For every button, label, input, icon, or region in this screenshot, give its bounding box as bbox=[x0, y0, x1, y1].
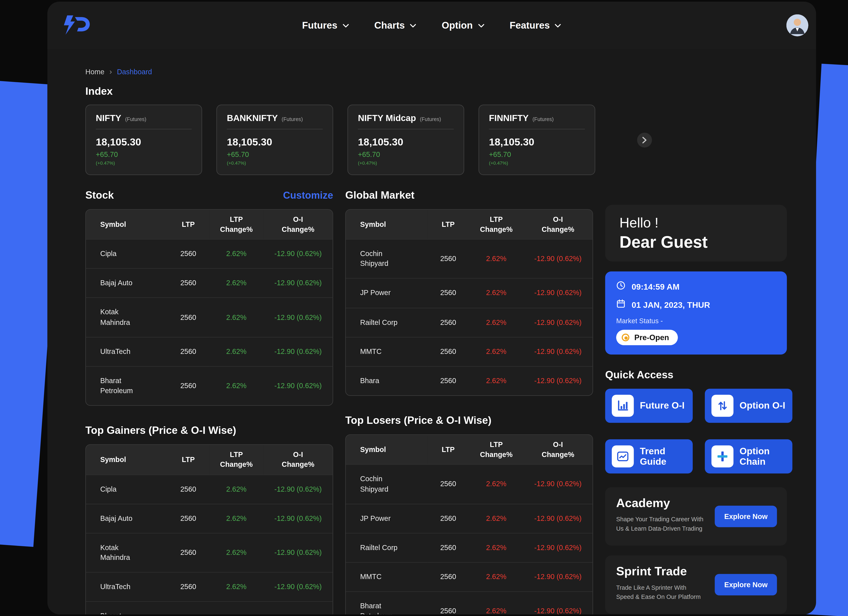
oi-change-cell: -12.90 (0.62%) bbox=[523, 465, 593, 504]
market-status-label: Market Status - bbox=[616, 317, 776, 325]
table-row[interactable]: Cochin Shipyard25602.62%-12.90 (0.62%) bbox=[346, 465, 593, 504]
index-change: +65.70 bbox=[358, 150, 454, 158]
stock-table: SymbolLTPLTP Change%O-I Change% Cipla256… bbox=[85, 209, 333, 406]
ltp-change-cell: 2.62% bbox=[209, 572, 264, 601]
academy-description: Shape Your Trading Career With Us & Lear… bbox=[616, 515, 705, 533]
future-oi-icon bbox=[612, 395, 634, 417]
table-row[interactable]: Bajaj Auto25602.62%-12.90 (0.62%) bbox=[86, 268, 333, 298]
table-row[interactable]: MMTC25602.62%-12.90 (0.62%) bbox=[346, 337, 593, 366]
chevron-down-icon bbox=[410, 24, 417, 28]
table-row[interactable]: Cipla25602.62%-12.90 (0.62%) bbox=[86, 239, 333, 268]
ltp-cell: 2560 bbox=[168, 337, 209, 366]
column-middle: Global Market SymbolLTPLTP Change%O-I Ch… bbox=[345, 187, 593, 615]
oi-change-cell: -12.90 (0.62%) bbox=[523, 504, 593, 533]
table-row[interactable]: Kotak Mahindra25602.62%-12.90 (0.62%) bbox=[86, 298, 333, 337]
table-row[interactable]: Cipla25602.62%-12.90 (0.62%) bbox=[86, 474, 333, 504]
table-header-row: SymbolLTPLTP Change%O-I Change% bbox=[346, 435, 593, 465]
ltp-cell: 2560 bbox=[427, 533, 469, 563]
oi-change-cell: -12.90 (0.62%) bbox=[523, 563, 593, 592]
nav-menu: Futures Charts Option Features bbox=[302, 19, 562, 31]
ltp-cell: 2560 bbox=[168, 298, 209, 337]
table-row[interactable]: Kotak Mahindra25602.62%-12.90 (0.62%) bbox=[86, 533, 333, 572]
index-card-nifty[interactable]: NIFTY (Futures) 18,105.30 +65.70 (+0.47%… bbox=[85, 105, 202, 175]
trend-guide-button[interactable]: Trend Guide bbox=[605, 439, 692, 474]
option-chain-icon bbox=[712, 445, 734, 468]
column-header: LTP Change% bbox=[469, 210, 523, 239]
current-time: 09:14:59 AM bbox=[632, 281, 679, 291]
table-row[interactable]: Bharat Petroleum25602.62%-12.90 (0.62%) bbox=[346, 592, 593, 615]
ltp-change-cell: 2.62% bbox=[469, 465, 523, 504]
nav-item-option[interactable]: Option bbox=[442, 19, 484, 31]
customize-link[interactable]: Customize bbox=[283, 190, 333, 201]
breadcrumb-home[interactable]: Home bbox=[85, 67, 105, 76]
top-gainers-section: Top Gainers (Price & O-I Wise) SymbolLTP… bbox=[85, 422, 333, 615]
oi-change-cell: -12.90 (0.62%) bbox=[264, 298, 333, 337]
index-card-nifty-midcap[interactable]: NIFTY Midcap (Futures) 18,105.30 +65.70 … bbox=[347, 105, 464, 175]
sidebar: Hello ! Dear Guest 09:14:59 AM 01 JAN, 2… bbox=[605, 205, 787, 614]
nav-item-features[interactable]: Features bbox=[510, 19, 562, 31]
oi-change-cell: -12.90 (0.62%) bbox=[264, 239, 333, 268]
option-oi-icon bbox=[712, 395, 734, 417]
ltp-change-cell: 2.62% bbox=[469, 366, 523, 395]
table-row[interactable]: UltraTech25602.62%-12.90 (0.62%) bbox=[86, 337, 333, 366]
time-row: 09:14:59 AM bbox=[616, 281, 776, 292]
index-change: +65.70 bbox=[227, 150, 323, 158]
breadcrumb: Home › Dashboard bbox=[85, 67, 787, 76]
logo-icon bbox=[62, 14, 92, 37]
chevron-down-icon bbox=[342, 24, 349, 28]
ltp-cell: 2560 bbox=[427, 366, 469, 395]
column-header: LTP Change% bbox=[209, 445, 264, 474]
index-section-title: Index bbox=[85, 85, 787, 98]
ltp-change-cell: 2.62% bbox=[209, 268, 264, 298]
ltp-cell: 2560 bbox=[427, 504, 469, 533]
ltp-cell: 2560 bbox=[427, 563, 469, 592]
global-market-section-head: Global Market bbox=[345, 187, 593, 204]
breadcrumb-current[interactable]: Dashboard bbox=[117, 67, 152, 76]
user-avatar[interactable] bbox=[786, 15, 808, 37]
ltp-change-cell: 2.62% bbox=[469, 563, 523, 592]
nav-item-label: Futures bbox=[302, 19, 337, 31]
sprint-trade-description: Trade Like A Sprinter With Speed & Ease … bbox=[616, 583, 705, 602]
option-chain-button[interactable]: Option Chain bbox=[705, 439, 792, 474]
sprint-explore-button[interactable]: Explore Now bbox=[715, 574, 777, 595]
table-row[interactable]: Railtel Corp25602.62%-12.90 (0.62%) bbox=[346, 308, 593, 337]
top-gainers-table: SymbolLTPLTP Change%O-I Change% Cipla256… bbox=[85, 444, 333, 615]
table-row[interactable]: Bharat Petroleum25602.62%-12.90 (0.62%) bbox=[86, 601, 333, 615]
app-logo[interactable] bbox=[62, 14, 92, 37]
index-change: +65.70 bbox=[96, 150, 191, 158]
table-row[interactable]: Bharat Petroleum25602.62%-12.90 (0.62%) bbox=[86, 366, 333, 406]
nav-item-charts[interactable]: Charts bbox=[374, 19, 417, 31]
index-card-finnifty[interactable]: FINNIFTY (Futures) 18,105.30 +65.70 (+0.… bbox=[479, 105, 595, 175]
market-status-value: Pre-Open bbox=[634, 333, 669, 342]
table-row[interactable]: Cochin Shipyard25602.62%-12.90 (0.62%) bbox=[346, 239, 593, 278]
table-row[interactable]: MMTC25602.62%-12.90 (0.62%) bbox=[346, 563, 593, 592]
table-row[interactable]: Railtel Corp25602.62%-12.90 (0.62%) bbox=[346, 533, 593, 563]
stock-section: Stock Customize SymbolLTPLTP Change%O-I … bbox=[85, 187, 333, 406]
ltp-change-cell: 2.62% bbox=[469, 533, 523, 563]
academy-explore-button[interactable]: Explore Now bbox=[715, 506, 777, 527]
option-oi-button[interactable]: Option O-I bbox=[705, 389, 792, 423]
table-row[interactable]: JP Power25602.62%-12.90 (0.62%) bbox=[346, 504, 593, 533]
table-row[interactable]: UltraTech25602.62%-12.90 (0.62%) bbox=[86, 572, 333, 601]
ltp-change-cell: 2.62% bbox=[469, 592, 523, 615]
index-price: 18,105.30 bbox=[96, 136, 191, 148]
symbol-cell: Cochin Shipyard bbox=[346, 239, 427, 278]
ltp-change-cell: 2.62% bbox=[469, 308, 523, 337]
oi-change-cell: -12.90 (0.62%) bbox=[264, 366, 333, 406]
column-header: O-I Change% bbox=[523, 210, 593, 239]
symbol-cell: Bhara bbox=[346, 366, 427, 395]
symbol-cell: Cipla bbox=[86, 474, 168, 504]
table-row[interactable]: Bajaj Auto25602.62%-12.90 (0.62%) bbox=[86, 504, 333, 533]
index-card-banknifty[interactable]: BANKNIFTY (Futures) 18,105.30 +65.70 (+0… bbox=[216, 105, 333, 175]
symbol-cell: Kotak Mahindra bbox=[86, 298, 168, 337]
symbol-cell: Bharat Petroleum bbox=[86, 601, 168, 615]
table-row[interactable]: Bhara25602.62%-12.90 (0.62%) bbox=[346, 366, 593, 395]
market-status-badge[interactable]: Pre-Open bbox=[616, 330, 678, 345]
table-row[interactable]: JP Power25602.62%-12.90 (0.62%) bbox=[346, 278, 593, 308]
column-header: O-I Change% bbox=[264, 210, 333, 239]
index-scroll-next-button[interactable] bbox=[637, 132, 652, 147]
ltp-change-cell: 2.62% bbox=[209, 337, 264, 366]
future-oi-button[interactable]: Future O-I bbox=[605, 389, 692, 423]
nav-item-futures[interactable]: Futures bbox=[302, 19, 349, 31]
oi-change-cell: -12.90 (0.62%) bbox=[523, 278, 593, 308]
